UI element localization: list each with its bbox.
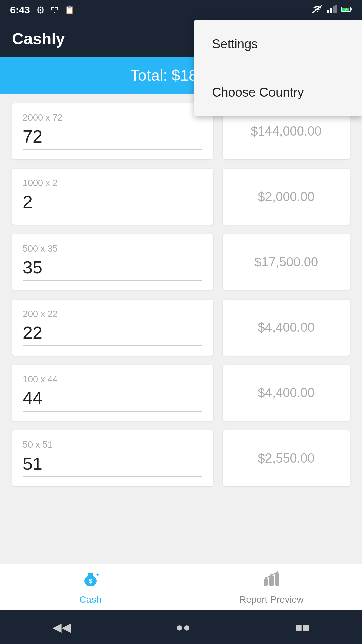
svg-rect-1 [327, 10, 329, 13]
back-button[interactable]: ◀ [52, 620, 71, 634]
multiplier-label-1: 2000 x 72 [23, 113, 202, 123]
svg-rect-17 [275, 573, 279, 586]
svg-text:·: · [84, 574, 85, 578]
cash-row-2: 1000 x 2 2 $2,000.00 [12, 169, 350, 225]
status-bar: 6:43 ⚙ 🛡 📋 ⚡ [0, 0, 362, 20]
cash-row-5: 100 x 44 44 $4,400.00 [12, 365, 350, 421]
nav-item-report-preview[interactable]: Report Preview [181, 570, 362, 605]
app-title: Cashly [12, 30, 65, 48]
quantity-value-3[interactable]: 35 [23, 257, 202, 281]
battery-icon: ⚡ [341, 5, 352, 15]
svg-rect-4 [335, 5, 337, 13]
result-value-5: $4,400.00 [258, 386, 314, 400]
multiplier-label-6: 50 x 51 [23, 440, 202, 450]
home-button[interactable]: ● [176, 620, 190, 634]
quantity-value-4[interactable]: 22 [23, 323, 202, 346]
result-card-4: $4,400.00 [223, 300, 350, 356]
quantity-value-6[interactable]: 51 [23, 453, 202, 477]
svg-text:$: $ [89, 578, 92, 584]
report-nav-label: Report Preview [239, 594, 303, 605]
svg-rect-2 [330, 8, 332, 13]
multiplier-label-4: 200 x 22 [23, 309, 202, 319]
result-value-1: $144,000.00 [251, 124, 321, 139]
quantity-value-5[interactable]: 44 [23, 388, 202, 412]
recents-button[interactable]: ■ [295, 620, 310, 634]
status-bar-right: ⚡ [312, 5, 352, 16]
result-card-2: $2,000.00 [223, 169, 350, 225]
report-nav-icon [262, 570, 281, 592]
choose-country-menu-item[interactable]: Choose Country [194, 68, 362, 116]
multiplier-label-5: 100 x 44 [23, 374, 202, 385]
result-value-6: $2,550.00 [258, 451, 314, 466]
bottom-nav: $ ✦ · Cash Report Preview [0, 564, 362, 610]
svg-rect-16 [269, 576, 274, 586]
cash-row-4: 200 x 22 22 $4,400.00 [12, 300, 350, 356]
svg-rect-3 [333, 6, 335, 13]
result-value-3: $17,500.00 [254, 255, 318, 269]
main-content: 2000 x 72 72 $144,000.00 1000 x 2 2 $2,0… [0, 94, 362, 564]
cash-nav-label: Cash [79, 594, 101, 605]
settings-menu-item[interactable]: Settings [194, 20, 362, 68]
svg-rect-7 [351, 8, 352, 10]
cash-nav-icon: $ ✦ · [81, 570, 100, 592]
result-value-2: $2,000.00 [258, 190, 314, 204]
system-nav-bar: ◀ ● ■ [0, 610, 362, 644]
svg-text:✦: ✦ [96, 572, 100, 577]
quantity-value-1[interactable]: 72 [23, 126, 202, 150]
input-card-3[interactable]: 500 x 35 35 [12, 234, 213, 290]
svg-point-20 [276, 571, 278, 573]
signal-icon [327, 5, 337, 16]
status-bar-left: 6:43 ⚙ 🛡 📋 [10, 4, 75, 16]
result-card-3: $17,500.00 [223, 234, 350, 290]
cash-row-6: 50 x 51 51 $2,550.00 [12, 430, 350, 486]
quantity-value-2[interactable]: 2 [23, 192, 202, 215]
result-card-5: $4,400.00 [223, 365, 350, 421]
input-card-2[interactable]: 1000 x 2 2 [12, 169, 213, 225]
status-time: 6:43 [10, 4, 30, 16]
nav-item-cash[interactable]: $ ✦ · Cash [0, 570, 181, 605]
wifi-x-icon [312, 5, 322, 15]
shield-icon: 🛡 [51, 5, 59, 15]
result-value-4: $4,400.00 [258, 320, 314, 335]
svg-point-18 [265, 577, 267, 579]
input-card-5[interactable]: 100 x 44 44 [12, 365, 213, 421]
result-card-6: $2,550.00 [223, 430, 350, 486]
input-card-4[interactable]: 200 x 22 22 [12, 300, 213, 356]
input-card-1[interactable]: 2000 x 72 72 [12, 103, 213, 159]
cash-row-3: 500 x 35 35 $17,500.00 [12, 234, 350, 290]
multiplier-label-3: 500 x 35 [23, 244, 202, 254]
dropdown-menu: Settings Choose Country [194, 20, 362, 116]
multiplier-label-2: 1000 x 2 [23, 178, 202, 189]
svg-rect-15 [264, 579, 268, 586]
svg-text:⚡: ⚡ [344, 7, 348, 12]
svg-point-19 [270, 574, 273, 576]
svg-point-11 [88, 573, 93, 576]
input-card-6[interactable]: 50 x 51 51 [12, 430, 213, 486]
clipboard-icon: 📋 [65, 5, 75, 15]
gear-icon: ⚙ [36, 5, 45, 16]
